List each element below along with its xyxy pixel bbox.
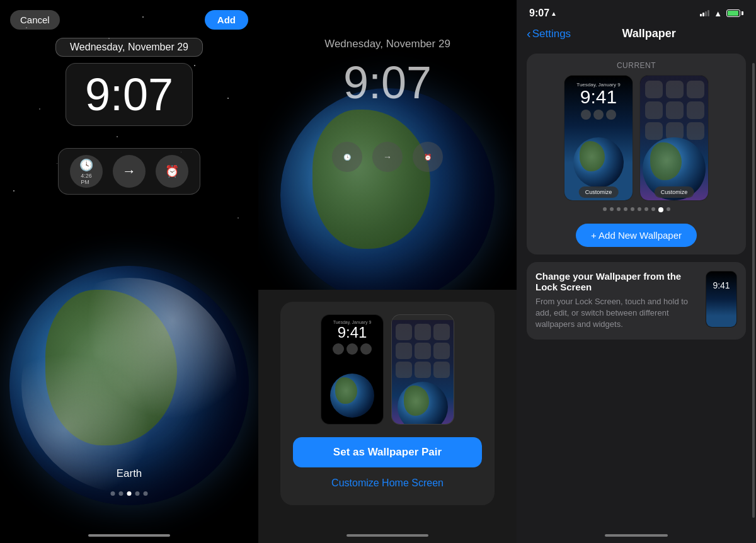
page-dot-10	[667, 207, 670, 211]
change-thumb-time: 9:41	[713, 280, 730, 290]
home-screen-preview-phone[interactable]: Customize	[639, 75, 709, 201]
signal-bar-2	[702, 13, 704, 16]
earth-clouds	[21, 278, 237, 493]
preview-lock-time: 9:41	[564, 88, 633, 106]
mini-home-earth	[398, 375, 448, 425]
preview-app-6	[687, 101, 704, 119]
change-wallpaper-text: Change your Wallpaper from the Lock Scre…	[536, 271, 698, 331]
mini-lock-phone[interactable]: Tuesday, January 9 9:41	[321, 314, 384, 425]
current-section-label: CURRENT	[527, 54, 746, 75]
settings-page-title: Wallpaper	[571, 27, 727, 40]
preview-lock-widgets	[564, 110, 633, 120]
dot-5	[144, 491, 148, 496]
add-new-wallpaper-button[interactable]: + Add New Wallpaper	[576, 224, 697, 247]
dot-3-active	[127, 491, 132, 496]
mini-earth-land	[335, 377, 357, 404]
wallpaper-chooser-card: Tuesday, January 9 9:41	[280, 302, 495, 505]
mini-earth	[330, 374, 374, 418]
home-earth-land	[312, 110, 430, 249]
home-customize-button[interactable]: Customize	[655, 186, 694, 198]
battery-icon	[726, 9, 743, 17]
mini-app-3	[433, 324, 450, 340]
page-dot-9-active	[658, 207, 663, 212]
mini-home-earth-globe	[398, 382, 448, 425]
wifi-icon: ▲	[714, 9, 722, 18]
scrollbar[interactable]	[752, 63, 755, 518]
preview-lock-earth-land	[580, 141, 605, 171]
customize-home-screen-button[interactable]: Customize Home Screen	[293, 474, 482, 493]
alarm-icon: ⏰	[165, 164, 179, 178]
arrow-icon: →	[122, 163, 136, 180]
dot-1	[111, 491, 115, 496]
signal-bar-1	[700, 14, 702, 16]
widget-clock[interactable]: 🕓 4:26PM	[70, 155, 103, 188]
mini-widget-2	[346, 343, 358, 355]
home-screen-panel: Wednesday, November 29 9:07 🕓 → ⏰ Tuesda…	[258, 0, 517, 543]
status-icons: ▲	[700, 9, 743, 18]
preview-app-4	[645, 101, 663, 119]
mini-home-earth-land	[404, 386, 429, 416]
settings-wallpaper-panel: 9:07 ▲ ▲ ‹ Settings Wallpaper	[517, 0, 756, 543]
mini-app-2	[415, 324, 431, 340]
page-dot-7	[644, 207, 648, 211]
preview-app-5	[666, 101, 684, 119]
change-thumb-inner: 9:41	[706, 272, 736, 327]
home-screen-widgets: 🕓 → ⏰	[332, 142, 443, 172]
home-preview-bg: Customize	[640, 76, 708, 200]
home-widget-alarm: ⏰	[413, 142, 443, 172]
home-indicator-middle	[346, 534, 428, 537]
change-wallpaper-description: From your Lock Screen, touch and hold to…	[536, 296, 698, 331]
preview-app-1	[645, 81, 663, 98]
cancel-button[interactable]: Cancel	[10, 10, 60, 30]
signal-bars	[700, 10, 709, 16]
preview-widget-3	[606, 110, 616, 120]
home-indicator	[88, 534, 170, 537]
change-wallpaper-title: Change your Wallpaper from the Lock Scre…	[536, 271, 698, 292]
lock-screen-preview-phone[interactable]: Tuesday, January 9 9:41 Customize	[564, 75, 633, 201]
mini-app-1	[396, 324, 412, 340]
status-bar: 9:07 ▲ ▲	[517, 0, 756, 24]
location-arrow-icon: ▲	[551, 10, 557, 17]
page-dot-6	[638, 207, 641, 211]
widget-arrow[interactable]: →	[113, 155, 146, 188]
add-button[interactable]: Add	[205, 10, 248, 30]
page-dot-4	[624, 207, 627, 211]
preview-home-grid	[640, 76, 708, 143]
dot-2	[119, 491, 123, 496]
mini-widget-3	[360, 343, 372, 355]
lock-screen-time: 9:07	[66, 63, 193, 126]
preview-lock-earth	[573, 137, 624, 188]
preview-widget-2	[593, 110, 604, 120]
lock-screen-widgets: 🕓 4:26PM → ⏰	[58, 148, 200, 195]
home-indicator-right	[605, 534, 668, 537]
mini-phone-pair-preview: Tuesday, January 9 9:41	[293, 314, 482, 425]
dot-4	[135, 491, 140, 496]
settings-nav: ‹ Settings Wallpaper	[517, 24, 756, 49]
signal-bar-3	[705, 11, 707, 16]
mini-lock-time: 9:41	[325, 324, 379, 341]
clock-icon: 🕓	[79, 158, 93, 172]
home-widget-arrow: →	[372, 142, 403, 172]
home-widget-clock: 🕓	[332, 142, 362, 172]
change-wallpaper-section: Change your Wallpaper from the Lock Scre…	[527, 262, 746, 340]
set-wallpaper-pair-button[interactable]: Set as Wallpaper Pair	[293, 437, 482, 467]
lock-screen-panel: Cancel Add Wednesday, November 29 9:07 🕓…	[0, 0, 258, 543]
lock-customize-button[interactable]: Customize	[579, 186, 619, 198]
status-time: 9:07	[529, 8, 549, 19]
home-screen-time: 9:07	[343, 57, 432, 108]
mini-widget-1	[333, 343, 344, 355]
mini-home-phone[interactable]	[391, 314, 454, 425]
page-indicator	[111, 491, 148, 496]
back-label: Settings	[532, 28, 571, 40]
wallpaper-current-section: CURRENT Tuesday, January 9 9:41 Customiz…	[527, 54, 746, 254]
back-arrow-icon: ‹	[527, 26, 531, 41]
wallpaper-page-dots	[527, 201, 746, 219]
home-screen-date: Wednesday, November 29	[324, 38, 450, 50]
preview-app-2	[666, 81, 684, 98]
page-dot-8	[651, 207, 655, 211]
page-dot-1	[603, 207, 607, 211]
mini-app-4	[396, 343, 412, 359]
back-button[interactable]: ‹ Settings	[527, 26, 571, 41]
preview-home-earth-land	[650, 142, 682, 180]
widget-alarm[interactable]: ⏰	[156, 155, 188, 188]
